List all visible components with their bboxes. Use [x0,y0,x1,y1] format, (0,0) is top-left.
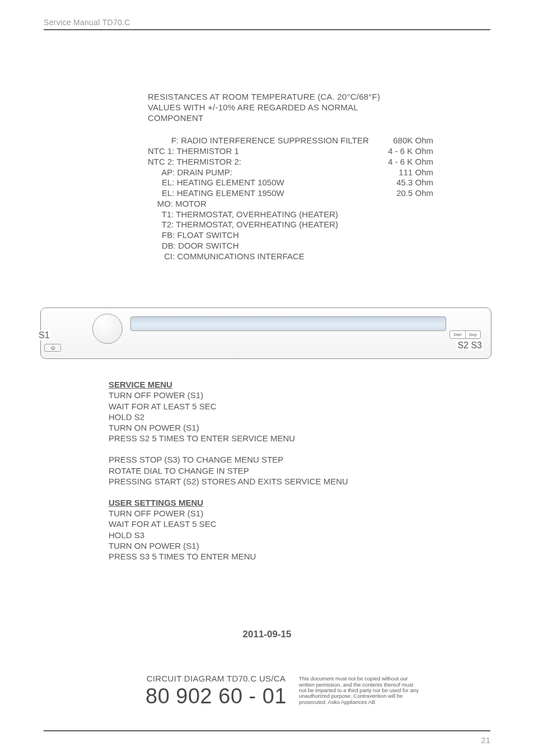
component-row: EL: HEATING ELEMENT 1950W20.5 Ohm [148,188,490,199]
service-menu-heading: SERVICE MENU [109,379,490,390]
menu-line: HOLD S3 [109,530,490,540]
component-label: T2: THERMOSTAT, OVERHEATING (HEATER) [148,220,360,230]
menu-line: PRESS S3 5 TIMES TO ENTER MENU [109,551,490,562]
component-value: 4 - 6 K Ohm [360,157,433,167]
menu-line: TURN ON POWER (S1) [109,422,490,433]
panel-outline: Start Stop S1 ⏻ S2 S3 [40,307,491,359]
top-rule [44,29,490,30]
resistance-line-1: RESISTANCES AT ROOM TEMPERATURE (CA. 20°… [148,92,490,102]
component-value: 4 - 6 K Ohm [360,146,433,157]
menu-line: TURN OFF POWER (S1) [109,390,490,400]
component-row: F: RADIO INTERFERENCE SUPPRESSION FILTER… [148,136,490,146]
component-label: AP: DRAIN PUMP: [148,167,360,178]
component-label: CI: COMMUNICATIONS INTERFACE [148,251,360,262]
menu-line: ROTATE DIAL TO CHANGE IN STEP [109,465,490,476]
component-value [360,220,433,230]
menus-text: SERVICE MENU TURN OFF POWER (S1) WAIT FO… [109,379,490,562]
display-strip-icon [130,316,446,331]
user-menu-heading: USER SETTINGS MENU [109,497,490,508]
component-value: 45.3 Ohm [360,178,433,188]
resistance-line-3: COMPONENT [148,113,490,124]
component-label: NTC 1: THERMISTOR 1 [148,146,360,157]
rotary-dial-icon [92,314,123,344]
legal-notice: This document must not be copied without… [299,676,422,705]
component-label: F: RADIO INTERFERENCE SUPPRESSION FILTER [148,136,360,146]
menu-line: WAIT FOR AT LEAST 5 SEC [109,401,490,412]
component-row: AP: DRAIN PUMP:111 Ohm [148,167,490,178]
diagram-title: CIRCUIT DIAGRAM TD70.C US/CA [146,674,287,683]
component-value [360,230,433,241]
document-number: 80 902 60 - 01 [146,684,287,708]
menu-line: PRESS S2 5 TIMES TO ENTER SERVICE MENU [109,433,490,444]
component-row: T2: THERMOSTAT, OVERHEATING (HEATER) [148,220,490,230]
component-label: FB: FLOAT SWITCH [148,230,360,241]
component-value [360,241,433,251]
component-value [360,251,433,262]
menu-line: WAIT FOR AT LEAST 5 SEC [109,519,490,529]
component-row: NTC 1: THERMISTOR 14 - 6 K Ohm [148,146,490,157]
start-stop-button-icon: Start Stop [449,330,481,339]
component-row: CI: COMMUNICATIONS INTERFACE [148,251,490,262]
page-number: 21 [481,735,490,745]
component-row: FB: FLOAT SWITCH [148,230,490,241]
menu-line: TURN ON POWER (S1) [109,540,490,551]
component-label: EL: HEATING ELEMENT 1050W [148,178,360,188]
s1-callout: S1 [38,330,51,340]
component-row: DB: DOOR SWITCH [148,241,490,251]
component-value: 680K Ohm [360,136,433,146]
menu-line: PRESSING START (S2) STORES AND EXITS SER… [109,476,490,487]
resistance-line-2: VALUES WITH +/-10% ARE REGARDED AS NORMA… [148,102,490,113]
component-row: MO: MOTOR [148,199,490,209]
menu-line: PRESS STOP (S3) TO CHANGE MENU STEP [109,454,490,465]
component-label: T1: THERMOSTAT, OVERHEATING (HEATER) [148,209,360,220]
menu-line: HOLD S2 [109,412,490,422]
footer-left: CIRCUIT DIAGRAM TD70.C US/CA 80 902 60 -… [146,674,287,708]
component-row: NTC 2: THERMISTOR 2:4 - 6 K Ohm [148,157,490,167]
power-button-icon: ⏻ [44,344,61,352]
revision-date: 2011-09-15 [44,629,490,640]
stop-label: Stop [466,331,480,338]
component-value: 111 Ohm [360,167,433,178]
resistance-intro: RESISTANCES AT ROOM TEMPERATURE (CA. 20°… [148,92,490,123]
component-label: DB: DOOR SWITCH [148,241,360,251]
menu-line: TURN OFF POWER (S1) [109,508,490,519]
bottom-rule [44,730,490,731]
s2-s3-callout: S2 S3 [456,340,483,351]
component-label: NTC 2: THERMISTOR 2: [148,157,360,167]
power-icon: ⏻ [50,346,55,351]
component-label: MO: MOTOR [148,199,360,209]
component-value [360,209,433,220]
control-panel-diagram: Start Stop S1 ⏻ S2 S3 [44,307,490,363]
component-row: EL: HEATING ELEMENT 1050W45.3 Ohm [148,178,490,188]
component-label: EL: HEATING ELEMENT 1950W [148,188,360,199]
component-row: T1: THERMOSTAT, OVERHEATING (HEATER) [148,209,490,220]
component-value [360,199,433,209]
running-head: Service Manual TD70.C [44,18,490,27]
component-value: 20.5 Ohm [360,188,433,199]
component-list: F: RADIO INTERFERENCE SUPPRESSION FILTER… [148,136,490,262]
document-footer: CIRCUIT DIAGRAM TD70.C US/CA 80 902 60 -… [146,674,490,708]
start-label: Start [450,331,466,338]
